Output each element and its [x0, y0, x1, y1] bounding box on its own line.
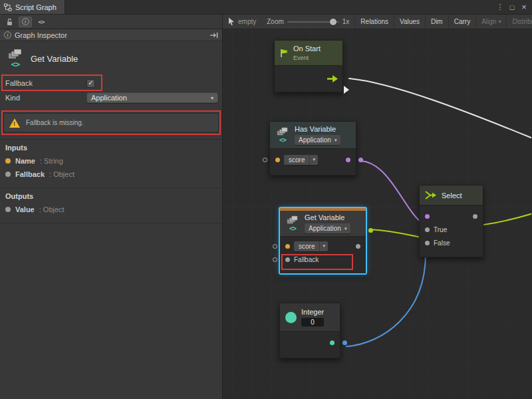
checkmark-icon: ✓	[88, 80, 93, 86]
node-select[interactable]: Select True False	[419, 185, 483, 257]
warning-area: ! Fallback is missing.	[0, 113, 222, 132]
align-button[interactable]: Align▾	[475, 15, 506, 29]
wire-has-variable-to-select[interactable]	[361, 161, 424, 224]
selection-status: empty	[223, 15, 261, 29]
variable-name-dropdown[interactable]: score▾	[284, 155, 318, 165]
variables-icon	[8, 49, 23, 59]
has-variable-output-port[interactable]	[358, 158, 363, 162]
get-variable-name-input-port[interactable]	[273, 244, 277, 249]
value-output-port[interactable]	[356, 244, 360, 249]
script-graph-tab[interactable]: Script Graph	[0, 0, 65, 14]
fallback-field-row: Fallback ✓	[0, 76, 222, 90]
integer-icon	[285, 312, 297, 323]
distribute-button[interactable]: Distribute▾	[506, 15, 532, 29]
fallback-field-label: Fallback	[5, 79, 86, 87]
get-variable-fallback-row: Fallback	[280, 253, 366, 266]
select-icon	[425, 191, 437, 200]
script-graph-window: Script Graph ⋮ □ × i <> empty	[0, 0, 532, 399]
select-condition-row	[420, 209, 483, 223]
warning-box: ! Fallback is missing.	[3, 113, 219, 132]
variable-icon: <>	[289, 225, 296, 232]
wire-on-start[interactable]	[349, 78, 531, 138]
inspector-info-toggle[interactable]: i	[19, 17, 32, 27]
values-button[interactable]: Values	[394, 15, 425, 29]
carry-button[interactable]: Carry	[448, 15, 475, 29]
get-variable-fallback-input-port[interactable]	[273, 257, 277, 262]
node-on-start[interactable]: On Start Event	[274, 40, 343, 92]
fallback-port[interactable]	[285, 257, 290, 262]
inspector-toolbar: i <>	[0, 15, 223, 29]
flag-icon	[280, 49, 289, 58]
get-variable-kind-dropdown[interactable]: Application▾	[305, 223, 350, 233]
canvas-toolbar: empty Zoom 1x Relations Values Dim Carry…	[223, 15, 532, 29]
window-title: Script Graph	[15, 3, 57, 11]
variable-icon: <>	[279, 136, 286, 144]
node-get-variable[interactable]: <> Get Variable Application▾ score▾	[279, 207, 366, 274]
maximize-icon[interactable]: □	[507, 3, 517, 11]
fallback-checkbox[interactable]: ✓	[86, 79, 95, 88]
variables-icon	[287, 215, 299, 224]
info-icon: i	[4, 31, 11, 39]
selection-label: empty	[238, 18, 256, 25]
cursor-icon	[228, 17, 235, 26]
selection-output-port[interactable]	[473, 214, 477, 219]
code-preview-toggle[interactable]: <>	[35, 17, 48, 27]
integer-output-port[interactable]	[330, 340, 334, 345]
info-icon: i	[22, 18, 29, 25]
chevron-down-icon: ▾	[319, 241, 328, 251]
zoom-slider[interactable]	[287, 19, 339, 25]
inputs-header: Inputs	[0, 140, 222, 154]
get-variable-value-port[interactable]	[368, 228, 373, 233]
close-icon[interactable]: ×	[519, 2, 529, 12]
inspector-header: i Graph Inspector	[0, 29, 222, 41]
node-has-variable[interactable]: <> Has Variable Application▾ score▾	[269, 121, 356, 176]
script-graph-icon	[4, 3, 12, 11]
kind-field-label: Kind	[5, 94, 86, 102]
code-icon: <>	[39, 19, 45, 25]
title-bar: Script Graph ⋮ □ ×	[0, 0, 532, 15]
lock-icon[interactable]	[3, 17, 16, 27]
wire-get-variable-to-select-true[interactable]	[370, 229, 424, 238]
false-port[interactable]	[425, 241, 430, 245]
condition-port[interactable]	[425, 214, 430, 219]
node-preview: <> Get Variable	[0, 41, 222, 76]
zoom-control: Zoom 1x	[261, 15, 354, 29]
object-port-icon	[5, 207, 11, 212]
string-port-icon	[5, 158, 11, 164]
zoom-value: 1x	[342, 18, 350, 25]
variables-icon	[277, 127, 289, 136]
bool-output-port[interactable]	[346, 158, 350, 162]
string-port[interactable]	[275, 158, 280, 162]
has-variable-input-port[interactable]	[263, 158, 267, 162]
kind-field-row: Kind Application ▾	[0, 90, 222, 105]
event-flow-arrow-icon	[327, 74, 338, 83]
relations-button[interactable]: Relations	[354, 15, 394, 29]
integer-output-wire-port[interactable]	[342, 340, 347, 345]
kind-dropdown[interactable]: Application ▾	[86, 92, 218, 103]
chevron-down-icon: ▾	[498, 19, 501, 25]
variable-name-dropdown[interactable]: score▾	[294, 241, 328, 251]
on-start-output-port[interactable]	[344, 86, 349, 94]
node-integer[interactable]: Integer 0	[279, 303, 340, 358]
get-variable-icon: <>	[11, 60, 19, 69]
zoom-slider-knob[interactable]	[330, 19, 336, 25]
has-variable-kind-dropdown[interactable]: Application▾	[295, 135, 340, 145]
graph-inspector-panel: i Graph Inspector <> Get Variable Fallba…	[0, 29, 223, 399]
zoom-label: Zoom	[267, 18, 284, 25]
graph-canvas[interactable]: On Start Event <> Has Variabl	[223, 29, 532, 399]
object-port-icon	[5, 172, 11, 177]
menu-icon[interactable]: ⋮	[495, 3, 505, 11]
string-port[interactable]	[285, 244, 290, 249]
dock-inspector-icon[interactable]	[209, 32, 218, 39]
true-port[interactable]	[425, 227, 430, 232]
dim-button[interactable]: Dim	[425, 15, 448, 29]
wire-select-output[interactable]	[483, 213, 531, 225]
warning-text: Fallback is missing.	[26, 119, 84, 126]
select-false-row: False	[420, 236, 483, 249]
has-variable-name-row: score▾	[270, 153, 356, 166]
toolbar: i <> empty Zoom 1x Relations Values Dim	[0, 15, 532, 29]
chevron-down-icon: ▾	[211, 95, 213, 101]
inspected-node-title: Get Variable	[31, 54, 78, 64]
integer-value-field[interactable]: 0	[301, 318, 324, 327]
chevron-down-icon: ▾	[344, 226, 347, 231]
